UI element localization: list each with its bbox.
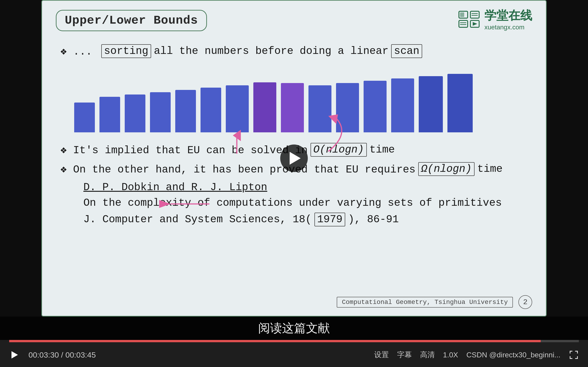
bar-item	[281, 83, 304, 132]
play-ctrl-button[interactable]	[9, 350, 19, 360]
bar-item	[391, 78, 414, 132]
username-label: CSDN @directx30_beginni...	[466, 351, 561, 359]
bar-item	[99, 97, 120, 132]
watermark: 学堂在线 xuetangx.com	[458, 8, 532, 31]
svg-rect-2	[470, 11, 479, 18]
paper-title-line: On the complexity of computations under …	[83, 197, 527, 209]
speed-button[interactable]: 1.0X	[443, 351, 458, 359]
bullet-1-prefix: ❖ ...	[61, 45, 99, 58]
watermark-logo-icon	[458, 10, 481, 28]
bullet-1: ❖ ... sorting all the numbers before doi…	[61, 44, 527, 58]
play-icon	[290, 152, 301, 165]
year-box: 1979	[314, 213, 345, 226]
slide-title-box: Upper/Lower Bounds	[56, 10, 207, 31]
slide-area: Upper/Lower Bounds 学堂在	[0, 0, 588, 317]
play-button[interactable]	[280, 144, 308, 172]
author-line: D. P. Dobkin and R. J. Lipton	[83, 181, 527, 193]
play-ctrl-icon	[9, 350, 19, 360]
bar-chart	[61, 73, 527, 132]
slide-content: ❖ ... sorting all the numbers before doi…	[61, 44, 527, 226]
slide-title: Upper/Lower Bounds	[65, 14, 198, 27]
bar-item	[74, 102, 95, 132]
bar-item	[253, 82, 276, 132]
controls-row: 00:03:30 / 00:03:45 设置 字幕 高清 1.0X CSDN @…	[9, 342, 579, 367]
video-container: Upper/Lower Bounds 学堂在	[0, 0, 588, 367]
svg-rect-1	[460, 12, 464, 17]
subtitle-bar: 阅读这篇文献	[0, 317, 588, 340]
progress-filled	[9, 340, 541, 342]
watermark-text: 学堂在线 xuetangx.com	[484, 8, 532, 31]
bullet-3-suffix: time	[477, 163, 502, 175]
fullscreen-button[interactable]	[569, 350, 579, 360]
bar-item	[200, 88, 221, 132]
svg-marker-15	[11, 351, 18, 359]
bar-item	[363, 81, 387, 132]
author-section: D. P. Dobkin and R. J. Lipton On the com…	[61, 181, 527, 226]
journal-post: ), 86-91	[348, 214, 399, 225]
journal-pre: J. Computer and System Sciences, 18(	[83, 214, 312, 225]
bar-item	[419, 76, 443, 132]
bar-item	[447, 74, 473, 132]
progress-bar[interactable]	[9, 340, 579, 342]
right-controls: 设置 字幕 高清 1.0X CSDN @directx30_beginni...	[374, 350, 579, 360]
bar-item	[309, 85, 331, 132]
slide-footer: Computational Geometry, Tsinghua Univers…	[337, 295, 532, 309]
author-name: D. P. Dobkin and R. J. Lipton	[83, 181, 267, 193]
svg-rect-5	[459, 20, 468, 27]
bullet-2-suffix: time	[370, 144, 395, 156]
bullet-3-text: ❖ On the other hand, it has been proved …	[61, 163, 415, 176]
time-display: 00:03:30 / 00:03:45	[28, 350, 96, 359]
current-time: 00:03:30	[28, 350, 59, 359]
course-label: Computational Geometry, Tsinghua Univers…	[337, 297, 513, 308]
bar-item	[336, 83, 359, 132]
bar-item	[125, 94, 145, 132]
bar-item	[175, 90, 196, 132]
bullet-1-middle: all the numbers before doing a linear	[154, 45, 389, 57]
subtitle-text: 阅读这篇文献	[258, 321, 330, 335]
watermark-cn-text: 学堂在线	[484, 8, 532, 24]
quality-button[interactable]: 高清	[420, 350, 435, 360]
journal-line: J. Computer and System Sciences, 18( 197…	[83, 213, 527, 226]
watermark-en-text: xuetangx.com	[484, 24, 532, 31]
bullet-2-text: ❖ It's implied that EU can be solved in	[61, 143, 308, 156]
settings-button[interactable]: 设置	[374, 350, 389, 360]
scan-box: scan	[391, 44, 422, 58]
bar-item	[226, 85, 249, 132]
subtitles-button[interactable]: 字幕	[397, 350, 412, 360]
bar-item	[150, 92, 171, 132]
omeganlogn-box: Ω(nlogn)	[418, 162, 475, 176]
fullscreen-icon	[569, 350, 579, 360]
onlogn-box: O(nlogn)	[311, 143, 367, 157]
svg-marker-9	[473, 22, 477, 26]
sorting-box: sorting	[101, 44, 151, 58]
page-number: 2	[519, 295, 532, 309]
control-bar: 00:03:30 / 00:03:45 设置 字幕 高清 1.0X CSDN @…	[0, 340, 588, 367]
paper-title: On the complexity of computations under …	[83, 197, 502, 209]
total-time: 00:03:45	[65, 350, 96, 359]
